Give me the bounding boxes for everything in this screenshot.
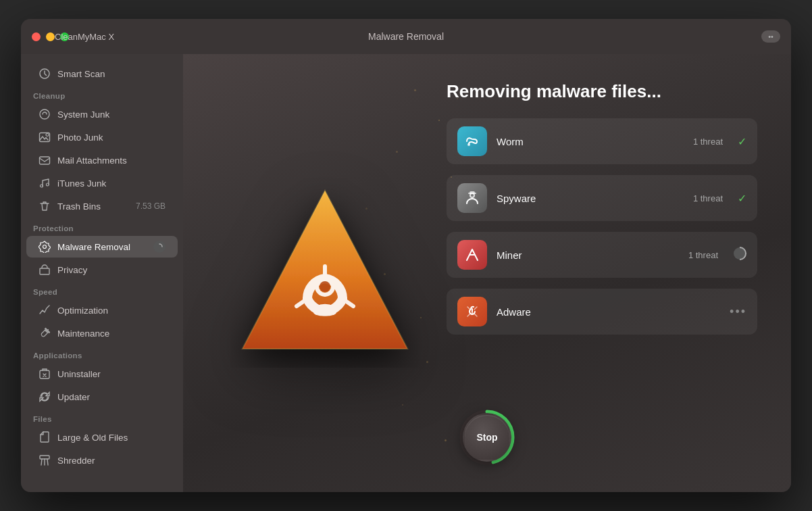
shredder-label: Shredder [57, 456, 95, 466]
itunes-junk-label: iTunes Junk [57, 178, 106, 189]
sidebar-item-privacy[interactable]: Privacy [26, 259, 178, 281]
content-area: Smart Scan Cleanup System Junk [21, 54, 791, 492]
privacy-label: Privacy [57, 265, 87, 275]
titlebar: CleanMyMac X Malware Removal •• [21, 19, 791, 54]
svg-point-1 [46, 134, 49, 137]
svg-rect-19 [470, 191, 475, 194]
mail-attachments-label: Mail Attachments [57, 155, 127, 166]
malware-removal-label: Malware Removal [57, 242, 130, 252]
maintenance-icon [39, 327, 51, 339]
spyware-count: 1 threat [693, 193, 723, 203]
stop-button-container: Stop [459, 410, 515, 465]
minimize-button[interactable] [46, 32, 55, 41]
svg-point-6 [43, 245, 47, 249]
maintenance-label: Maintenance [57, 328, 109, 339]
miner-status [733, 247, 746, 263]
settings-button[interactable]: •• [761, 30, 780, 43]
titlebar-actions: •• [761, 30, 780, 43]
threat-row-spyware: Spyware 1 threat ✓ [447, 175, 757, 221]
sidebar-item-shredder[interactable]: Shredder [26, 449, 178, 471]
shredder-icon [39, 454, 51, 466]
smart-scan-label: Smart Scan [57, 69, 105, 79]
svg-rect-3 [40, 157, 50, 164]
uninstaller-icon [39, 368, 51, 380]
sidebar-item-mail-attachments[interactable]: Mail Attachments [26, 149, 178, 171]
adware-name: Adware [497, 306, 705, 318]
spyware-name: Spyware [497, 193, 684, 204]
photo-junk-label: Photo Junk [57, 132, 103, 143]
app-window: CleanMyMac X Malware Removal •• Smart Sc… [21, 19, 791, 492]
trash-bins-label: Trash Bins [57, 201, 101, 212]
worm-icon [457, 126, 487, 156]
threat-row-worm: Worm 1 threat ✓ [447, 118, 757, 164]
biohazard-graphic [217, 165, 433, 381]
svg-point-17 [471, 194, 474, 197]
sidebar-item-trash-bins[interactable]: Trash Bins 7.53 GB [26, 195, 178, 217]
stop-label: Stop [476, 432, 497, 443]
trash-bins-badge: 7.53 GB [136, 201, 166, 211]
malware-status-indicator [153, 241, 166, 253]
mail-icon [39, 154, 51, 166]
sidebar-item-optimization[interactable]: Optimization [26, 299, 178, 321]
trash-icon [39, 200, 51, 212]
stop-button[interactable]: Stop [463, 413, 511, 462]
sidebar-item-system-junk[interactable]: System Junk [26, 103, 178, 125]
removing-title: Removing malware files... [447, 81, 757, 102]
svg-point-15 [467, 143, 470, 146]
sidebar-item-large-files[interactable]: Large & Old Files [26, 427, 178, 448]
adware-icon [457, 297, 487, 326]
sidebar-item-smart-scan[interactable]: Smart Scan [26, 63, 178, 84]
svg-rect-9 [40, 456, 49, 459]
adware-status: ••• [730, 305, 746, 319]
applications-section-label: Applications [21, 345, 183, 362]
miner-count: 1 threat [688, 250, 718, 260]
privacy-icon [39, 264, 51, 276]
sidebar-item-photo-junk[interactable]: Photo Junk [26, 126, 178, 148]
photo-junk-icon [39, 131, 51, 143]
files-section-label: Files [21, 408, 183, 426]
sidebar-item-updater[interactable]: Updater [26, 386, 178, 408]
uninstaller-label: Uninstaller [57, 369, 101, 379]
itunes-icon [39, 177, 51, 189]
optimization-label: Optimization [57, 306, 108, 316]
large-files-label: Large & Old Files [57, 433, 128, 443]
threat-row-adware: Adware ••• [447, 289, 757, 335]
stop-button-wrapper: Stop [459, 410, 515, 465]
svg-rect-8 [40, 370, 49, 379]
sidebar-item-itunes-junk[interactable]: iTunes Junk [26, 172, 178, 194]
protection-section-label: Protection [21, 218, 183, 235]
sidebar-item-uninstaller[interactable]: Uninstaller [26, 363, 178, 385]
system-junk-label: System Junk [57, 110, 109, 120]
window-title: Malware Removal [368, 31, 444, 42]
svg-point-21 [472, 312, 473, 314]
main-content: Removing malware files... Worm 1 threat … [183, 54, 791, 492]
updater-label: Updater [57, 392, 90, 402]
sidebar-item-maintenance[interactable]: Maintenance [26, 322, 178, 344]
worm-count: 1 threat [693, 137, 723, 147]
threat-row-miner: Miner 1 threat [447, 232, 757, 278]
svg-point-5 [47, 183, 49, 186]
worm-status: ✓ [738, 135, 746, 148]
close-button[interactable] [32, 32, 41, 41]
malware-icon [39, 241, 51, 253]
smart-scan-icon [39, 68, 51, 80]
sidebar: Smart Scan Cleanup System Junk [21, 54, 183, 492]
miner-name: Miner [497, 249, 679, 261]
updater-icon [39, 391, 51, 403]
app-name: CleanMyMac X [55, 32, 114, 42]
right-panel: Removing malware files... Worm 1 threat … [447, 81, 757, 335]
miner-icon [457, 240, 487, 270]
spyware-icon [457, 183, 487, 213]
speed-section-label: Speed [21, 281, 183, 299]
optimization-icon [39, 304, 51, 316]
svg-point-11 [320, 281, 330, 292]
large-files-icon [39, 431, 51, 443]
system-junk-icon [39, 108, 51, 120]
svg-point-4 [41, 185, 43, 187]
cleanup-section-label: Cleanup [21, 85, 183, 103]
sidebar-item-malware-removal[interactable]: Malware Removal [26, 236, 178, 258]
worm-name: Worm [497, 136, 684, 147]
spyware-status: ✓ [738, 192, 746, 205]
